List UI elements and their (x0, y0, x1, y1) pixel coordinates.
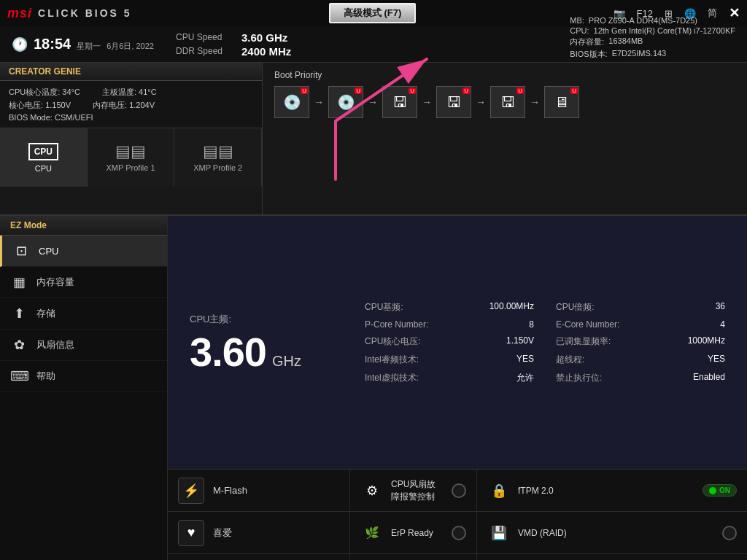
bottom-bar: ⚡ M-Flash ⚙ CPU风扇故障报警控制 🔒 fTPM 2.0 ON (168, 469, 747, 560)
sidebar-cpu-label: CPU (39, 246, 58, 257)
mb-value: PRO Z690-A DDR4(MS-7D25) (589, 16, 697, 25)
boot-priority-label: Boot Priority (274, 70, 735, 80)
boot-badge-2: U (355, 88, 362, 94)
xmp1-tab-label: XMP Profile 1 (106, 163, 155, 172)
mflash-label: M-Flash (213, 485, 247, 496)
boot-badge-1: U (301, 88, 308, 94)
mb-label: MB: (570, 16, 584, 25)
sidebar-item-help[interactable]: ⌨ 帮助 (0, 361, 167, 392)
cpu-tab-icon: CPU (28, 143, 58, 160)
bios-title: CLICK BIOS 5 (38, 7, 132, 19)
cpu-speed-value: 3.60 GHz (241, 31, 287, 44)
ftpm-item[interactable]: 🔒 fTPM 2.0 ON (477, 470, 747, 511)
favorites-item[interactable]: ♥ 喜爱 (168, 512, 350, 553)
cpu-temp-label: CPU核心温度: (9, 88, 60, 96)
bios-label: BIOS版本: (570, 49, 607, 60)
help-sidebar-icon: ⌨ (10, 368, 28, 384)
msi-logo: msi (7, 6, 32, 21)
erp-label: ErP Ready (391, 528, 444, 538)
hwmonitor-item[interactable]: ⚙ 硬件监控 (168, 554, 350, 560)
ddr-speed-label: DDR Speed (176, 46, 234, 56)
cpu-speed-row: CPU Speed 3.60 GHz (176, 31, 291, 44)
mem-value: 16384MB (608, 36, 643, 47)
cpu-spec-nx: 禁止执行位: Enabled (556, 370, 725, 386)
sidebar-fan-label: 风扇信息 (36, 338, 74, 351)
cpu-spec-vt: Intel虚拟技术: 允许 (365, 370, 534, 386)
cd-icon: 💿 (337, 93, 355, 111)
creator-genie-header: CREATOR GENIE (0, 63, 262, 81)
core-voltage-value: 1.150V (45, 101, 71, 109)
erp-toggle[interactable] (452, 526, 466, 540)
sidebar-item-fan[interactable]: ✿ 风扇信息 (0, 330, 167, 361)
cpu-temp-value: 34°C (62, 88, 80, 96)
ftpm-toggle[interactable]: ON (703, 484, 737, 497)
usb3-icon: 🖫 (500, 94, 515, 111)
cpu-label: CPU: (570, 26, 589, 35)
cpu-temp-row: CPU核心温度: 34°C (9, 87, 80, 98)
boot-device-cd[interactable]: 💿 U (328, 86, 363, 118)
cpu-tab-label: CPU (35, 164, 52, 173)
ez-section: EZ Mode ⊡ CPU ▦ 内存容量 ⬆ 存储 ✿ 风扇信息 ⌨ 帮助 CP… (0, 216, 747, 560)
ddr-speed-row: DDR Speed 2400 MHz (176, 45, 291, 58)
boot-arrow-5: → (530, 96, 540, 108)
boot-device-hdd[interactable]: 💿 U (274, 86, 309, 118)
cpu-spec-hyperthreading: 超线程: YES (556, 352, 725, 368)
boot-device-usb1[interactable]: 🖫 U (382, 86, 417, 118)
time-display: 🕐 18:54 星期一 6月6日, 2022 (12, 36, 154, 52)
title-bar-center: 高级模式 (F7) (329, 3, 416, 23)
mb-temp-row: 主板温度: 41°C (102, 87, 157, 98)
advanced-mode-button[interactable]: 高级模式 (F7) (329, 3, 416, 23)
ftpm-label: fTPM 2.0 (518, 486, 695, 496)
cpu-spec-igfx-freq: 已调集显频率: 1000MHz (556, 334, 725, 349)
hdaudio-item[interactable]: 🔊 HD音频控制器 ON (350, 554, 477, 560)
clock-icon: 🕐 (12, 36, 28, 52)
erp-item[interactable]: 🌿 ErP Ready (350, 512, 477, 553)
ezled-item[interactable]: 💡 EZ LED Control ON (477, 554, 747, 560)
sidebar-help-label: 帮助 (36, 370, 55, 383)
cpu-speed-label: CPU Speed (176, 32, 234, 42)
sidebar-item-memory[interactable]: ▦ 内存容量 (0, 267, 167, 298)
boot-device-net[interactable]: 🖥 U (544, 86, 579, 118)
creator-tabs: CPU CPU ▤▤ XMP Profile 1 ▤▤ XMP Profile … (0, 128, 262, 187)
bios-mode-value: CSM/UEFI (55, 113, 93, 122)
mflash-item[interactable]: ⚡ M-Flash (168, 470, 350, 511)
usb1-icon: 🖫 (392, 94, 407, 111)
mb-temp-label: 主板温度: (102, 88, 136, 96)
ftpm-toggle-label: ON (719, 486, 730, 494)
sidebar-item-cpu[interactable]: ⊡ CPU (0, 236, 167, 267)
vmd-item[interactable]: 💾 VMD (RAID) (477, 512, 747, 553)
boot-devices: 💿 U → 💿 U → 🖫 U → 🖫 U → 🖫 U → (274, 86, 735, 118)
boot-device-usb3[interactable]: 🖫 U (490, 86, 525, 118)
weekday: 星期一 (77, 41, 101, 52)
xmp2-tab-icon: ▤▤ (203, 144, 233, 160)
storage-sidebar-icon: ⬆ (10, 306, 28, 322)
mem-voltage-row: 内存电压: 1.204V (93, 100, 155, 111)
info-bar: 🕐 18:54 星期一 6月6日, 2022 CPU Speed 3.60 GH… (0, 26, 747, 63)
creator-tab-xmp2[interactable]: ▤▤ XMP Profile 2 (174, 128, 262, 187)
cpu-specs: CPU基频: 100.00MHz CPU倍频: 36 P-Core Number… (365, 230, 725, 454)
bios-mode-row: BIOS Mode: CSM/UEFI (9, 113, 253, 122)
time-group: 18:54 星期一 6月6日, 2022 (34, 36, 154, 52)
sidebar: EZ Mode ⊡ CPU ▦ 内存容量 ⬆ 存储 ✿ 风扇信息 ⌨ 帮助 (0, 216, 168, 560)
usb2-icon: 🖫 (446, 94, 461, 111)
sidebar-memory-label: 内存容量 (36, 276, 74, 289)
cpu-frequency: 3.60 (190, 332, 266, 373)
cpu-fan-item[interactable]: ⚙ CPU风扇故障报警控制 (350, 470, 477, 511)
creator-tab-cpu[interactable]: CPU CPU (0, 128, 88, 187)
current-date: 6月6日, 2022 (107, 41, 154, 52)
creator-tab-xmp1[interactable]: ▤▤ XMP Profile 1 (88, 128, 175, 187)
cpu-spec-pcore: P-Core Number: 8 (365, 318, 534, 331)
speed-info: CPU Speed 3.60 GHz DDR Speed 2400 MHz (176, 31, 291, 58)
cpu-spec-ecore: E-Core Number: 4 (556, 318, 725, 331)
cpu-spec-voltage: CPU核心电压: 1.150V (365, 334, 534, 349)
fan-sidebar-icon: ✿ (10, 337, 28, 353)
sidebar-item-storage[interactable]: ⬆ 存储 (0, 298, 167, 330)
boot-device-usb2[interactable]: 🖫 U (436, 86, 471, 118)
top-area: CREATOR GENIE CPU核心温度: 34°C 主板温度: 41°C 核… (0, 63, 747, 216)
bios-mode-label: BIOS Mode: (9, 113, 53, 122)
cpu-freq-display: CPU主频: 3.60 GHz (190, 230, 336, 454)
cpu-fan-toggle[interactable] (452, 483, 466, 498)
erp-icon: 🌿 (360, 521, 384, 545)
memory-sidebar-icon: ▦ (10, 274, 28, 290)
vmd-toggle[interactable] (722, 526, 737, 540)
